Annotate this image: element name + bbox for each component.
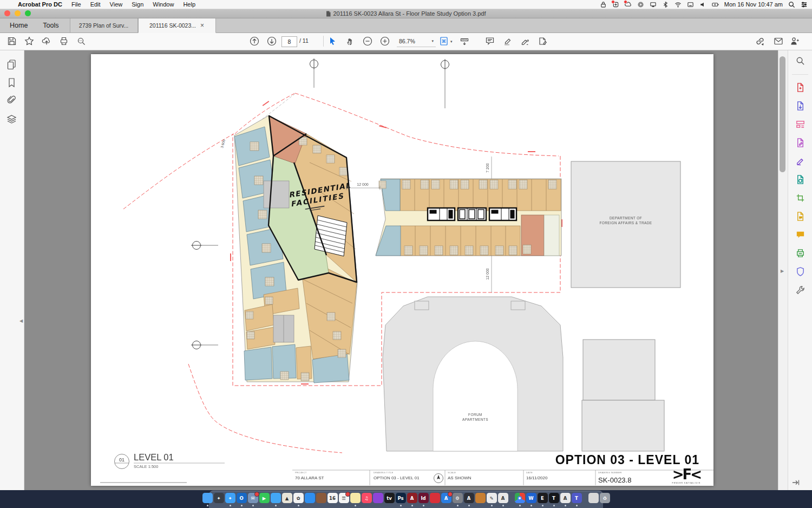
bookmarks-icon[interactable] [6, 77, 18, 89]
more-tools-icon[interactable] [794, 284, 806, 296]
dock-mail-icon[interactable]: ✉ [248, 493, 258, 507]
volume-icon[interactable] [699, 1, 707, 8]
comment-icon[interactable] [483, 35, 496, 48]
dock-word-icon[interactable]: W [526, 493, 536, 507]
spotlight-icon[interactable] [788, 1, 795, 8]
dock-apple-tv-icon[interactable]: tv [384, 493, 395, 507]
cloud-app-icon[interactable] [625, 1, 632, 8]
attachments-icon[interactable] [6, 95, 18, 107]
measure-tool-icon[interactable] [458, 35, 471, 48]
zoom-level-select[interactable]: 86.7% ▾ [397, 36, 436, 47]
dock-acrobat-icon[interactable]: A [407, 493, 417, 507]
zoom-out-icon[interactable] [361, 35, 374, 48]
edit-pdf-icon[interactable] [794, 136, 806, 148]
dock-calendar-icon[interactable]: 16 [328, 493, 338, 507]
print-icon[interactable] [57, 35, 70, 48]
star-icon[interactable] [23, 35, 36, 48]
scan-ocr-icon[interactable] [794, 247, 806, 259]
dock-outlook-icon[interactable]: O [237, 493, 247, 507]
highlight-icon[interactable] [501, 35, 514, 48]
wifi-icon[interactable] [675, 1, 682, 8]
menu-sign[interactable]: Sign [132, 1, 143, 8]
dock-archicad-2-icon[interactable]: A [560, 493, 571, 507]
expand-right-panel-icon[interactable]: ▶ [781, 269, 784, 273]
play-circle-icon[interactable] [637, 1, 645, 8]
protect-icon[interactable] [794, 265, 806, 277]
dock-tm-logo-icon[interactable]: T [549, 493, 559, 507]
dock-finder-icon[interactable] [202, 493, 213, 507]
control-center-icon[interactable] [800, 1, 808, 8]
previous-page-icon[interactable] [248, 35, 261, 48]
add-user-icon[interactable] [788, 35, 801, 48]
sync-app-icon[interactable] [612, 1, 620, 8]
collapse-left-panel-icon[interactable]: ◀ [19, 318, 23, 323]
menu-window[interactable]: Window [153, 1, 174, 8]
export-pdf-icon[interactable] [794, 100, 806, 112]
dock-archicad-bim-icon[interactable]: A [498, 493, 508, 507]
organize-pages-icon[interactable] [794, 118, 806, 130]
dock-books-icon[interactable] [316, 493, 326, 507]
dock-epic-games-icon[interactable]: E [538, 493, 548, 507]
dock-trash-icon[interactable]: ♻ [600, 493, 610, 507]
dock-chrome-icon[interactable] [515, 493, 525, 507]
app-menu-name[interactable]: Acrobat Pro DC [18, 1, 62, 8]
window-manager-icon[interactable] [687, 1, 695, 8]
dock-reminders-icon[interactable]: ☰ [339, 493, 349, 507]
dock-textedit-icon[interactable]: ✎ [487, 493, 497, 507]
dock-keynote-icon[interactable] [305, 493, 315, 507]
menu-edit[interactable]: Edit [90, 1, 101, 8]
fill-sign-icon[interactable] [794, 155, 806, 167]
airplay-icon[interactable] [650, 1, 657, 8]
bluetooth-icon[interactable] [662, 1, 670, 8]
pdf-page[interactable]: RESIDENTIAL FACILITIES [91, 54, 713, 486]
request-signatures-icon[interactable] [794, 210, 806, 222]
crop-pages-icon[interactable] [794, 192, 806, 204]
comment-tool-icon[interactable] [794, 229, 806, 240]
zoom-in-icon[interactable] [378, 35, 391, 48]
dock-podcasts-icon[interactable] [373, 493, 383, 507]
select-tool-icon[interactable] [326, 35, 339, 48]
menu-view[interactable]: View [110, 1, 123, 8]
next-page-icon[interactable] [265, 35, 278, 48]
share-cloud-icon[interactable] [40, 35, 53, 48]
dock-indesign-icon[interactable]: Id [418, 493, 429, 507]
dock-notebook-icon[interactable] [475, 493, 486, 507]
sign-pen-icon[interactable] [519, 35, 532, 48]
send-review-icon[interactable] [794, 173, 806, 185]
menu-file[interactable]: File [71, 1, 81, 8]
search-tool-icon[interactable] [794, 55, 806, 67]
page-thumbnails-icon[interactable] [6, 58, 18, 70]
dock-launchpad-icon[interactable]: ✦ [214, 493, 224, 507]
layers-icon[interactable] [6, 114, 18, 126]
dock-notes-icon[interactable] [350, 493, 361, 507]
window-titlebar[interactable]: 201116 SK-0023 Allara St - Floor Plate S… [0, 9, 812, 18]
page-number-input[interactable]: 8 [281, 36, 297, 47]
dock-file-stack-icon[interactable] [588, 493, 599, 507]
scrollbar-thumb[interactable] [780, 56, 785, 172]
dock-photos-icon[interactable]: ✿ [293, 493, 304, 507]
dock-news-icon[interactable] [430, 493, 440, 507]
hand-tool-icon[interactable] [344, 35, 357, 48]
fit-page-icon[interactable] [437, 35, 450, 48]
tab-home[interactable]: Home [2, 18, 35, 32]
share-link-icon[interactable] [754, 35, 767, 48]
chevron-down-icon[interactable]: ▾ [450, 40, 453, 44]
screen-lock-icon[interactable] [600, 1, 607, 8]
tab-tools[interactable]: Tools [35, 18, 66, 32]
dock-safari-icon[interactable]: ✦ [225, 493, 235, 507]
dock-app-store-icon[interactable]: A [441, 493, 451, 507]
email-icon[interactable] [772, 35, 785, 48]
dock-music-icon[interactable]: ♫ [362, 493, 372, 507]
find-icon[interactable] [75, 35, 88, 48]
battery-icon[interactable] [712, 1, 719, 8]
dock-archicad-icon[interactable]: A [464, 493, 474, 507]
tab-close-icon[interactable]: × [200, 18, 204, 32]
menu-help[interactable]: Help [183, 1, 195, 8]
open-tools-pane-icon[interactable] [791, 479, 800, 489]
dock-system-preferences-icon[interactable]: ⚙ [453, 493, 463, 507]
dock-photoshop-icon[interactable]: Ps [396, 493, 406, 507]
dock-teams-icon[interactable]: T [572, 493, 582, 507]
dock-facetime-icon[interactable]: ▶ [259, 493, 270, 507]
dock-messages-icon[interactable] [271, 493, 281, 507]
save-icon[interactable] [5, 35, 18, 48]
